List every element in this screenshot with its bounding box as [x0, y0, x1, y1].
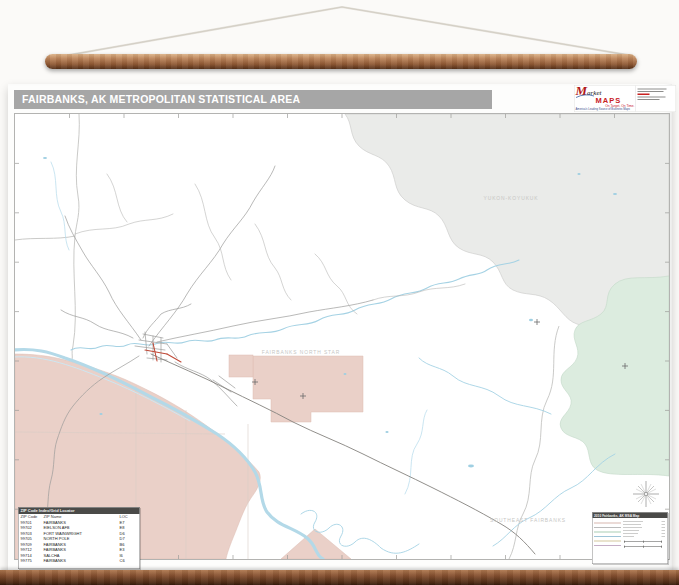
legend-line-sample	[594, 523, 621, 524]
legend-line-sample	[594, 532, 621, 533]
wooden-rail-top	[45, 54, 637, 69]
legend-stats	[622, 519, 666, 547]
legend-stat-row	[623, 524, 665, 525]
scale-bar-miles	[624, 542, 662, 543]
legend-line-samples	[594, 519, 622, 547]
zip-table-body: 99701FAIRBANKSE799702EIELSON AFBE899703F…	[19, 520, 140, 564]
legend-stat-row	[623, 533, 665, 534]
legend-line-sample	[594, 541, 621, 542]
legend-stat-row	[623, 536, 665, 537]
brand-subtagline: America's Leading Source of Business Map…	[576, 107, 635, 111]
legend-stat-row	[623, 530, 665, 531]
map-sheet: FAIRBANKS, AK METROPOLITAN STATISTICAL A…	[8, 84, 672, 572]
map-title: FAIRBANKS, AK METROPOLITAN STATISTICAL A…	[14, 90, 492, 109]
map-svg	[15, 114, 669, 559]
product-photo: FAIRBANKS, AK METROPOLITAN STATISTICAL A…	[0, 0, 679, 585]
zip-code-index-table: ZIP Code Index/Grid Locator ZIP Code ZIP…	[18, 507, 140, 569]
zip-area-small	[229, 355, 253, 377]
logo-contact-block	[636, 86, 676, 112]
label-yukon-koyukuk: YUKON-KOYUKUK	[484, 195, 539, 201]
legend-line-sample	[594, 527, 621, 528]
scale-bar-km	[624, 547, 662, 548]
marketmaps-logo: Market MAPS On Target, On Time. America'…	[574, 85, 676, 112]
wooden-rail-bottom	[0, 570, 679, 585]
label-southeast-fairbanks: SOUTHEAST FAIRBANKS	[490, 517, 566, 523]
legend-line-sample	[594, 536, 621, 537]
map-legend: 2010 Fairbanks, AK MSA Map	[592, 512, 668, 564]
map-canvas: YUKON-KOYUKUK FAIRBANKS NORTH STAR SOUTH…	[14, 113, 670, 560]
table-row: 99775FAIRBANKSC6	[19, 558, 140, 564]
label-fairbanks-north-star: FAIRBANKS NORTH STAR	[262, 349, 340, 355]
legend-line-sample	[594, 545, 621, 546]
logo-swoosh-icon	[576, 94, 595, 99]
legend-stat-row	[623, 527, 665, 528]
legend-stat-row	[623, 521, 665, 522]
